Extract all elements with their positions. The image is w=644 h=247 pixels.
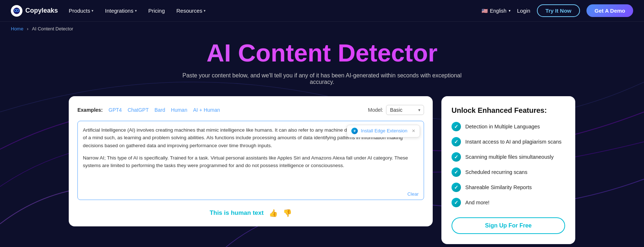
main-content: AI Content Detector Paste your content b… [0,36,644,247]
check-icon-4 [452,167,461,177]
nav-products[interactable]: Products ▾ [69,8,93,14]
examples-row: Examples: GPT4 ChatGPT Bard Human AI + H… [77,105,424,115]
model-select[interactable]: Basic Advanced Pro [386,105,424,115]
example-human[interactable]: Human [171,107,187,113]
page-title: AI Content Detector [11,39,633,67]
check-icon-2 [452,137,461,146]
nav-right: 🇺🇸 English ▾ Login Try It Now Get A Demo [482,4,633,17]
feature-item-4: Scheduled recurring scans [452,167,565,177]
breadcrumb-home[interactable]: Home [11,26,24,31]
get-demo-button[interactable]: Get A Demo [586,4,633,17]
text-area-content[interactable]: Artificial Intelligence (AI) involves cr… [78,121,424,190]
feature-item-2: Instant access to AI and plagiarism scan… [452,137,565,146]
feature-item-3: Scanning multiple files simultaneously [452,152,565,162]
example-chatgpt[interactable]: ChatGPT [128,107,149,113]
result-label: This is human text [209,209,263,217]
thumbs-up-icon[interactable]: 👍 [269,209,278,217]
check-icon-6 [452,198,461,207]
lang-chevron-icon: ▾ [509,9,510,13]
login-button[interactable]: Login [517,8,530,14]
breadcrumb-separator: › [27,26,30,31]
flag-icon: 🇺🇸 [482,8,488,14]
hero-subtitle: Paste your content below, and we'll tell… [177,72,467,85]
integrations-chevron-icon: ▾ [135,9,137,13]
model-select-wrapper: Basic Advanced Pro [386,105,424,115]
products-chevron-icon: ▾ [92,9,93,13]
try-now-button[interactable]: Try It Now [537,4,580,17]
edge-extension-label: Install Edge Extension [361,127,407,135]
nav-pricing[interactable]: Pricing [148,8,165,14]
model-label: Model: [368,107,383,113]
model-selector: Model: Basic Advanced Pro [368,105,424,115]
edge-popup-close-icon[interactable]: ✕ [412,128,415,135]
result-row: This is human text 👍 👎 [77,204,424,217]
text-area-wrapper: Artificial Intelligence (AI) involves cr… [77,121,424,200]
feature-list: Detection in Multiple Languages Instant … [452,122,565,207]
feature-label-5: Shareable Similarity Reports [465,184,532,190]
navbar: Copyleaks Products ▾ Integrations ▾ Pric… [0,0,644,22]
check-icon-1 [452,122,461,131]
examples-label: Examples: [77,107,103,113]
feature-item-6: And more! [452,198,565,207]
example-ai-human[interactable]: AI + Human [193,107,220,113]
nav-integrations[interactable]: Integrations ▾ [105,8,136,14]
edge-extension-popup[interactable]: e Install Edge Extension ✕ [347,125,420,137]
breadcrumb-current: AI Content Detector [32,26,73,31]
example-bard[interactable]: Bard [154,107,165,113]
breadcrumb: Home › AI Content Detector [0,22,644,36]
resources-chevron-icon: ▾ [204,9,206,13]
feature-item-5: Shareable Similarity Reports [452,183,565,192]
logo-icon [11,5,22,17]
feature-label-2: Instant access to AI and plagiarism scan… [465,139,562,145]
feature-label-1: Detection in Multiple Languages [465,124,540,129]
check-icon-5 [452,183,461,192]
check-icon-3 [452,152,461,162]
side-card: Unlock Enhanced Features: Detection in M… [441,96,575,244]
feature-label-4: Scheduled recurring scans [465,169,528,175]
language-selector[interactable]: 🇺🇸 English ▾ [482,8,510,14]
nav-links: Products ▾ Integrations ▾ Pricing Resour… [69,8,482,14]
nav-resources[interactable]: Resources ▾ [177,8,206,14]
clear-link[interactable]: Clear [78,190,424,200]
signup-button[interactable]: Sign Up For Free [452,217,565,234]
example-gpt4[interactable]: GPT4 [109,107,122,113]
side-card-title: Unlock Enhanced Features: [452,106,565,115]
edge-browser-icon: e [351,128,358,134]
logo-text: Copyleaks [25,7,58,14]
thumbs-down-icon[interactable]: 👎 [283,209,292,217]
feature-label-6: And more! [465,200,490,205]
feature-item-1: Detection in Multiple Languages [452,122,565,131]
main-card: Examples: GPT4 ChatGPT Bard Human AI + H… [69,96,433,226]
feature-label-3: Scanning multiple files simultaneously [465,154,554,160]
logo[interactable]: Copyleaks [11,5,58,17]
cards-row: Examples: GPT4 ChatGPT Bard Human AI + H… [69,96,575,244]
text-paragraph-2: Narrow AI; This type of AI is specifical… [83,154,419,170]
